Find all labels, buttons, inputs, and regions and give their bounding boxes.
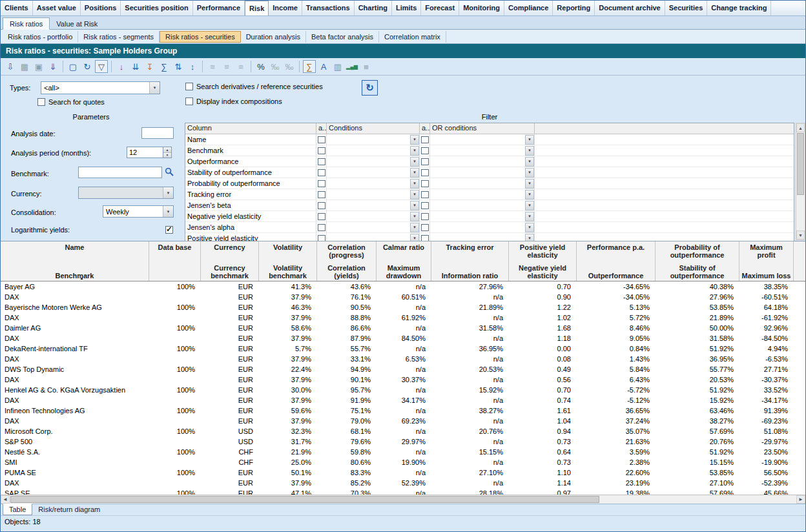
percent-icon[interactable]: % — [254, 60, 267, 73]
chevron-down-icon[interactable]: ▼ — [525, 146, 534, 156]
menu-item-income[interactable]: Income — [269, 1, 302, 15]
chevron-down-icon[interactable]: ▼ — [410, 201, 419, 210]
chevron-down-icon[interactable]: ▼ — [525, 168, 534, 178]
benchmark-row[interactable]: DAXEUR37.9%76.1%60.51%n/a0.90-34.05%27.9… — [1, 292, 805, 302]
filter-or-conditions-select[interactable]: ▼ — [430, 135, 534, 145]
chevron-down-icon[interactable]: ▼ — [525, 201, 534, 210]
column-header-volatility[interactable]: VolatilityVolatility benchmark — [259, 241, 317, 281]
column-header-positive-yield-elasticity[interactable]: Positive yield elasticityNegative yield … — [509, 241, 577, 281]
filter-conditions-select[interactable]: ▼ — [327, 179, 419, 189]
security-row[interactable]: Bayerische Motoren Werke AG100%EUR46.3%9… — [1, 302, 805, 312]
menu-item-securities-position[interactable]: Securities position — [121, 1, 192, 15]
column-chooser-icon[interactable]: ▥ — [331, 60, 344, 73]
menu-item-limits[interactable]: Limits — [392, 1, 421, 15]
column-header-performance-p-a[interactable]: Performance p.a.Outperformance — [577, 241, 656, 281]
tab-beta-factor-analysis[interactable]: Beta factor analysis — [306, 31, 379, 43]
filter-conditions-select[interactable]: ▼ — [327, 157, 419, 167]
scroll-up-icon[interactable]: ▲ — [796, 123, 805, 132]
menu-item-document-archive[interactable]: Document archive — [595, 1, 665, 15]
menu-item-positions[interactable]: Positions — [81, 1, 121, 15]
column-header-currency[interactable]: CurrencyCurrency benchmark — [201, 241, 259, 281]
subtotals-icon[interactable]: ∑ — [158, 60, 170, 73]
analysis-date-input[interactable] — [141, 127, 174, 139]
filter-conditions-select[interactable]: ▼ — [327, 212, 419, 221]
tab-risk-ratios-securities[interactable]: Risk ratios - securities — [160, 31, 241, 43]
font-icon[interactable]: A — [317, 60, 330, 73]
security-row[interactable]: Henkel AG & Co. KGaA Vorzugsaktien100%EU… — [1, 385, 805, 395]
filter-and-checkbox[interactable] — [318, 235, 326, 241]
menu-item-asset-value[interactable]: Asset value — [33, 1, 81, 15]
filter-and-checkbox[interactable] — [318, 158, 326, 165]
spin-up-icon[interactable]: ▲ — [163, 147, 171, 153]
chevron-down-icon[interactable]: ▼ — [410, 179, 419, 189]
chevron-down-icon[interactable]: ▼ — [410, 157, 419, 167]
filter-or-conditions-select[interactable]: ▼ — [430, 223, 534, 232]
filter-or-conditions-select[interactable]: ▼ — [430, 146, 534, 156]
menu-item-charting[interactable]: Charting — [355, 1, 392, 15]
chevron-down-icon[interactable]: ▼ — [410, 212, 419, 221]
security-row[interactable]: Nestlé S.A.100%CHF21.9%59.8%n/a15.15%0.6… — [1, 447, 805, 457]
chevron-down-icon[interactable]: ▼ — [410, 223, 419, 232]
filter-or-conditions-select[interactable]: ▼ — [430, 190, 534, 200]
filter-icon[interactable]: ▽ — [95, 60, 108, 73]
column-header-maximum-profit[interactable]: Maximum profitMaximum loss — [739, 241, 794, 281]
benchmark-row[interactable]: SMICHF25.0%80.6%19.90%n/a0.732.38%15.15%… — [1, 457, 805, 467]
refresh-data-icon[interactable]: ↻ — [81, 60, 94, 73]
filter-or-checkbox[interactable] — [421, 136, 429, 143]
menu-item-compliance[interactable]: Compliance — [504, 1, 553, 15]
security-row[interactable]: Bayer AG100%EUR41.3%43.6%n/a27.96%0.70-3… — [1, 281, 805, 292]
benchmark-row[interactable]: DAXEUR37.9%88.8%61.92%n/a1.025.72%21.89%… — [1, 312, 805, 323]
new-window-icon[interactable]: ▢ — [67, 60, 79, 73]
filter-or-conditions-select[interactable]: ▼ — [430, 168, 534, 178]
filter-or-checkbox[interactable] — [421, 158, 429, 165]
filter-and-checkbox[interactable] — [318, 169, 326, 176]
sort-ascending-icon[interactable]: ⇅ — [172, 60, 185, 73]
jump-bottom-icon[interactable]: ↧ — [143, 60, 156, 73]
logarithmic-yields-checkbox[interactable] — [165, 226, 173, 234]
tab-risk-ratios-segments[interactable]: Risk ratios - segments — [78, 31, 160, 43]
benchmark-row[interactable]: DAXEUR37.9%33.1%6.53%n/a0.081.43%36.95%-… — [1, 354, 805, 364]
filter-or-conditions-select[interactable]: ▼ — [430, 201, 534, 210]
chevron-down-icon[interactable]: ▼ — [525, 135, 534, 145]
chevron-down-icon[interactable]: ▼ — [525, 179, 534, 189]
chevron-down-icon[interactable]: ▼ — [149, 82, 160, 94]
tab-risk-return-diagram[interactable]: Risk/return diagram — [32, 504, 106, 515]
export-icon[interactable]: ⇩ — [4, 60, 17, 73]
benchmark-row[interactable]: DAXEUR37.9%90.1%30.37%n/a0.566.43%20.53%… — [1, 374, 805, 385]
menu-item-risk[interactable]: Risk — [245, 1, 269, 15]
security-row[interactable]: SAP SE100%EUR47.1%70.3%n/a28.18%0.9719.3… — [1, 488, 805, 495]
scroll-left-icon[interactable]: ◄ — [1, 495, 10, 504]
sort-descending-icon[interactable]: ↕ — [186, 60, 199, 73]
filter-conditions-select[interactable]: ▼ — [327, 223, 419, 232]
tab-correlation-matrix[interactable]: Correlation matrix — [379, 31, 446, 43]
filter-and-checkbox[interactable] — [318, 202, 326, 209]
security-row[interactable]: PUMA SE100%EUR50.1%83.3%n/a27.10%1.1022.… — [1, 467, 805, 478]
menu-item-transactions[interactable]: Transactions — [302, 1, 355, 15]
tab-table[interactable]: Table — [3, 504, 32, 515]
column-header-calmar-ratio[interactable]: Calmar ratioMaximum drawdown — [377, 241, 431, 281]
analysis-period-spinner[interactable]: ▲ ▼ — [163, 147, 172, 158]
sum-icon[interactable]: ∑ — [303, 60, 316, 73]
search-derivatives-checkbox[interactable] — [185, 83, 193, 90]
currency-select[interactable]: ▼ — [78, 187, 174, 199]
benchmark-row[interactable]: DAXEUR37.9%79.0%69.23%n/a1.0437.24%38.27… — [1, 416, 805, 426]
chevron-down-icon[interactable]: ▼ — [525, 157, 534, 167]
security-row[interactable]: Infineon Technologies AG100%EUR59.6%75.1… — [1, 405, 805, 416]
benchmark-row[interactable]: DAXEUR37.9%87.9%84.50%n/a1.189.05%31.58%… — [1, 333, 805, 343]
filter-or-checkbox[interactable] — [421, 202, 429, 209]
menu-item-change-tracking[interactable]: Change tracking — [707, 1, 771, 15]
types-select[interactable]: <all> ▼ — [41, 81, 160, 94]
refresh-button[interactable]: ↻ — [362, 80, 378, 96]
filter-or-checkbox[interactable] — [421, 224, 429, 231]
column-header-probability-of-outperformance[interactable]: Probability of outperformanceStability o… — [656, 241, 739, 281]
analysis-period-input[interactable] — [127, 147, 163, 158]
chevron-down-icon[interactable]: ▼ — [525, 234, 534, 241]
benchmark-row[interactable]: DAXEUR37.9%85.2%52.39%n/a1.1423.19%27.10… — [1, 478, 805, 488]
filter-or-checkbox[interactable] — [421, 169, 429, 176]
filter-conditions-select[interactable]: ▼ — [327, 168, 419, 178]
display-index-checkbox[interactable] — [185, 97, 193, 105]
security-row[interactable]: DWS Top Dynamic100%EUR22.4%94.9%n/a20.53… — [1, 364, 805, 374]
column-header-data-base[interactable]: Data base — [149, 241, 201, 281]
filter-and-checkbox[interactable] — [318, 191, 326, 198]
scroll-down-icon[interactable]: ▼ — [796, 230, 805, 240]
